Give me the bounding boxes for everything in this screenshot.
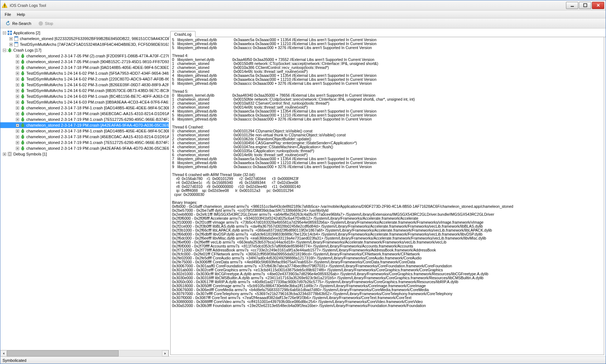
tree-crashlogs[interactable]: Crash Logs [17] [0, 47, 169, 53]
tree-crash-item[interactable]: TestDSymMultiArchs 1-24-14 6-02 PM-3.cra… [0, 82, 169, 88]
menu-file[interactable]: File [2, 12, 14, 17]
expander-icon[interactable] [8, 43, 13, 47]
close-button[interactable] [592, 2, 604, 9]
svg-line-28 [7, 49, 8, 50]
tree-crash-item[interactable]: chameleon_stoned 2-3-14 7-18 PM.crash [4… [0, 111, 169, 117]
stop-label: Stop [45, 21, 53, 26]
tree-label: TestDSymMultiArchs 1-24-14 6-02 PM-2.cra… [26, 76, 169, 82]
toolbar: Re-Search Stop [0, 18, 606, 28]
crashlog-content[interactable]: 5 libsystem_pthread.dylib 0x3aaaec5a 0x3… [170, 37, 604, 355]
refresh-icon [5, 21, 11, 26]
tree-crash-item[interactable]: chameleon_stoned 2-3-14 7-19 PM-1.crash … [0, 140, 169, 145]
svg-point-7 [39, 21, 43, 26]
expander-icon[interactable] [2, 48, 7, 52]
tree-crash-item[interactable]: chameleon_stoned 2-3-14 7-05 PM (2).cras… [0, 53, 169, 59]
tree-applications[interactable]: Applications [2] [0, 30, 169, 36]
minimize-button[interactable] [566, 2, 578, 9]
tree-crash-item[interactable]: TestDSymMultiArchs 1-24-14 6-02 PM-1.cra… [0, 70, 169, 76]
tree-label: TestDSymMultiArchs [7AF2ACF1AD153248A18F… [20, 41, 169, 47]
bug-icon [20, 145, 26, 151]
svg-point-86 [22, 111, 23, 113]
tree-crash-item[interactable]: chameleon_stoned 2-3-14 7-05 PM.crash [9… [0, 59, 169, 65]
expander-icon[interactable] [15, 146, 20, 150]
expander-icon[interactable] [15, 129, 20, 133]
menu-help[interactable]: Help [14, 12, 28, 17]
expander-icon[interactable] [15, 77, 20, 81]
expander-icon[interactable] [15, 83, 20, 87]
tab-crashlog[interactable]: CrashLog [170, 31, 196, 37]
expander-icon[interactable] [2, 31, 7, 35]
svg-rect-12 [8, 33, 9, 35]
tree-crash-item[interactable]: chameleon_stoned 2-3-14 7-19 PM.crash [A… [0, 145, 169, 151]
tree-label: chameleon_stoned 2-3-14 7-18 PM.crash [4… [26, 111, 169, 117]
svg-point-101 [22, 129, 23, 130]
tree-debugsymbols[interactable]: {} Debug Symbols [1] [0, 151, 169, 157]
expander-icon[interactable] [15, 60, 20, 64]
tree-label: chameleon_stoned 2-3-14 7-19 PM.crash [A… [26, 145, 169, 151]
menubar: File Help [0, 10, 606, 18]
svg-marker-122 [3, 352, 4, 355]
tree-crash-item[interactable]: TestDSymMultiArchs 1-24-14 6-03 PM-1.cra… [0, 93, 169, 99]
tree-crash-item[interactable]: chameleon_stoned 2-3-14 7-18 PM.crash [0… [0, 65, 169, 70]
maximize-button[interactable] [579, 2, 591, 9]
svg-line-30 [7, 51, 8, 52]
tree-crash-item[interactable]: chameleon_stoned 2-3-14 7-18 PM-1.crash … [0, 105, 169, 111]
expander-icon[interactable] [15, 66, 20, 70]
tree-app-item[interactable]: chameleon_stoned [622332052F633992BF99B2… [0, 36, 169, 41]
expander-icon[interactable] [15, 141, 20, 145]
expander-icon[interactable] [15, 54, 20, 58]
tree-crash-item[interactable]: chameleon_stoned 2-3-14 7-18 PM.crash [4… [0, 134, 169, 140]
svg-point-96 [22, 123, 23, 124]
svg-point-66 [22, 88, 23, 90]
status-text: Symbolicated [3, 358, 26, 363]
svg-point-116 [22, 146, 23, 148]
research-label: Re-Search [12, 21, 31, 26]
expander-icon[interactable] [15, 106, 20, 110]
scroll-right-button[interactable] [162, 350, 168, 356]
tree-crash-item[interactable]: TestDSymMultiArchs 1-24-14 6-02 PM-2.cra… [0, 76, 169, 82]
tree-crash-item[interactable]: chameleon_stoned 2-3-14 7-18 PM-1.crash … [0, 128, 169, 134]
tree-label: Applications [2] [13, 30, 40, 36]
expander-icon[interactable] [15, 100, 20, 104]
svg-point-76 [22, 100, 23, 101]
bug-icon [20, 65, 26, 70]
bug-icon [20, 88, 26, 93]
scroll-thumb[interactable] [7, 350, 119, 356]
symbols-icon: {} [7, 151, 13, 157]
bug-icon [20, 105, 26, 111]
tree-app-item[interactable]: TestDSymMultiArchs [7AF2ACF1AD153248A18F… [0, 41, 169, 47]
tree-crash-item[interactable]: TestDSymMultiArchs 1-24-14 6-03 PM.crash… [0, 99, 169, 105]
scroll-left-button[interactable] [0, 350, 7, 356]
svg-text:{}: {} [8, 152, 11, 156]
bug-icon [7, 47, 13, 53]
window-title: iOS Crash Logs Tool [10, 3, 46, 8]
tree-scrollbar[interactable] [0, 350, 168, 356]
svg-rect-10 [8, 31, 9, 32]
svg-point-36 [22, 54, 23, 55]
expander-icon[interactable] [8, 37, 13, 41]
tree-crash-item[interactable]: chameleon_stoned 2-3-14 7-19 PM-1.crash … [0, 117, 169, 122]
svg-rect-3 [571, 6, 574, 7]
scroll-track[interactable] [7, 350, 162, 356]
tree-label: chameleon_stoned 2-3-14 7-18 PM-1.crash … [26, 105, 169, 111]
svg-line-29 [12, 49, 12, 50]
expander-icon[interactable] [15, 135, 20, 139]
expander-icon[interactable] [2, 152, 7, 156]
expander-icon[interactable] [15, 89, 20, 93]
research-button[interactable]: Re-Search [2, 19, 35, 27]
bug-icon [20, 140, 26, 145]
bug-icon [20, 128, 26, 134]
tree-crash-item[interactable]: TestDSymMultiArchs 1-24-14 6-02 PM.crash… [0, 88, 169, 93]
bug-icon [20, 53, 26, 59]
tree-crash-item-selected[interactable]: chameleon_stoned 2-3-14 7-19 PM.crash [A… [0, 122, 169, 128]
tree[interactable]: Applications [2] chameleon_stoned [62233… [0, 28, 169, 350]
expander-icon[interactable] [15, 123, 20, 127]
expander-icon[interactable] [15, 118, 20, 122]
expander-icon[interactable] [15, 95, 20, 98]
expander-icon[interactable] [15, 112, 20, 116]
expander-icon[interactable] [15, 71, 20, 75]
svg-point-61 [22, 83, 23, 84]
tree-label: chameleon_stoned 2-3-14 7-05 PM (2).cras… [26, 53, 169, 59]
svg-rect-1 [4, 4, 5, 6]
stop-button[interactable]: Stop [35, 19, 57, 27]
